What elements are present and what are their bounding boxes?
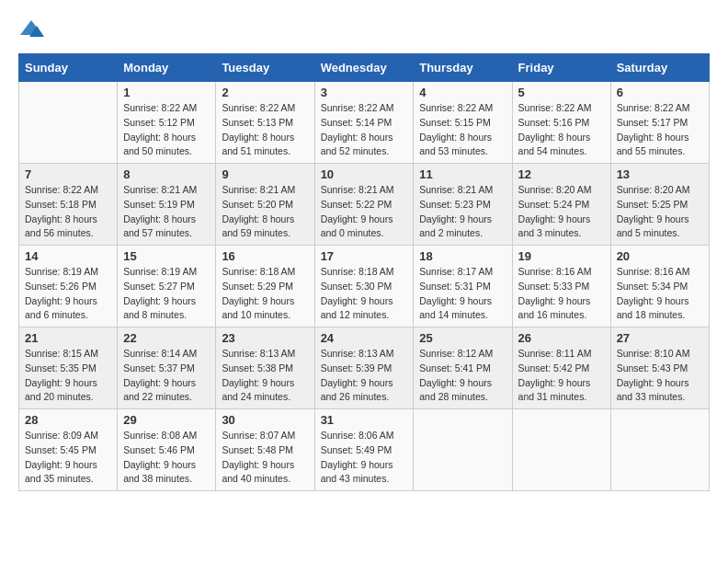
day-number: 18 [419, 249, 506, 263]
daylight: Daylight: 8 hours and 59 minutes. [222, 213, 294, 239]
calendar-cell: 29 Sunrise: 8:08 AM Sunset: 5:46 PM Dayl… [118, 409, 216, 491]
sunrise: Sunrise: 8:22 AM [25, 184, 98, 195]
day-number: 16 [222, 249, 308, 263]
sunrise: Sunrise: 8:16 AM [617, 266, 690, 277]
sunrise: Sunrise: 8:07 AM [222, 430, 295, 441]
day-detail: Sunrise: 8:16 AM Sunset: 5:34 PM Dayligh… [617, 265, 703, 323]
calendar-cell: 3 Sunrise: 8:22 AM Sunset: 5:14 PM Dayli… [314, 82, 414, 164]
day-number: 19 [518, 249, 605, 263]
sunrise: Sunrise: 8:21 AM [419, 184, 493, 195]
daylight: Daylight: 9 hours and 10 minutes. [222, 295, 294, 321]
daylight: Daylight: 8 hours and 57 minutes. [123, 213, 196, 239]
day-number: 12 [518, 167, 605, 181]
sunset: Sunset: 5:18 PM [25, 199, 97, 210]
daylight: Daylight: 9 hours and 0 minutes. [321, 213, 393, 239]
sunset: Sunset: 5:48 PM [222, 444, 293, 455]
day-detail: Sunrise: 8:22 AM Sunset: 5:17 PM Dayligh… [617, 101, 703, 159]
daylight: Daylight: 9 hours and 26 minutes. [321, 377, 393, 403]
day-detail: Sunrise: 8:21 AM Sunset: 5:22 PM Dayligh… [321, 183, 408, 241]
day-number: 3 [321, 86, 408, 99]
sunset: Sunset: 5:14 PM [321, 117, 392, 128]
sunrise: Sunrise: 8:16 AM [518, 266, 592, 277]
daylight: Daylight: 9 hours and 6 minutes. [25, 295, 97, 321]
day-number: 1 [123, 86, 210, 99]
week-row-2: 7 Sunrise: 8:22 AM Sunset: 5:18 PM Dayli… [19, 164, 710, 246]
calendar-cell: 1 Sunrise: 8:22 AM Sunset: 5:12 PM Dayli… [118, 82, 216, 164]
day-number: 22 [123, 331, 210, 345]
sunset: Sunset: 5:41 PM [419, 362, 491, 373]
day-detail: Sunrise: 8:13 AM Sunset: 5:39 PM Dayligh… [321, 347, 408, 405]
sunrise: Sunrise: 8:13 AM [222, 348, 295, 359]
day-detail: Sunrise: 8:16 AM Sunset: 5:33 PM Dayligh… [518, 265, 605, 323]
sunrise: Sunrise: 8:22 AM [321, 102, 394, 113]
sunrise: Sunrise: 8:22 AM [518, 102, 592, 113]
day-detail: Sunrise: 8:22 AM Sunset: 5:15 PM Dayligh… [419, 101, 506, 159]
sunrise: Sunrise: 8:20 AM [617, 184, 690, 195]
calendar-cell: 26 Sunrise: 8:11 AM Sunset: 5:42 PM Dayl… [512, 327, 610, 409]
sunrise: Sunrise: 8:22 AM [222, 102, 295, 113]
sunset: Sunset: 5:17 PM [617, 117, 688, 128]
sunset: Sunset: 5:16 PM [518, 117, 590, 128]
sunset: Sunset: 5:15 PM [419, 117, 491, 128]
sunset: Sunset: 5:49 PM [321, 444, 392, 455]
day-number: 13 [617, 167, 703, 181]
sunset: Sunset: 5:12 PM [123, 117, 195, 128]
sunrise: Sunrise: 8:21 AM [123, 184, 197, 195]
sunrise: Sunrise: 8:21 AM [222, 184, 295, 195]
header-saturday: Saturday [610, 54, 709, 82]
day-number: 20 [617, 249, 703, 263]
day-detail: Sunrise: 8:18 AM Sunset: 5:29 PM Dayligh… [222, 265, 308, 323]
calendar-table: SundayMondayTuesdayWednesdayThursdayFrid… [18, 53, 710, 491]
day-detail: Sunrise: 8:22 AM Sunset: 5:13 PM Dayligh… [222, 101, 308, 159]
calendar-cell: 17 Sunrise: 8:18 AM Sunset: 5:30 PM Dayl… [314, 246, 414, 327]
calendar-header-row: SundayMondayTuesdayWednesdayThursdayFrid… [19, 54, 710, 82]
calendar-cell: 23 Sunrise: 8:13 AM Sunset: 5:38 PM Dayl… [216, 327, 314, 409]
day-number: 28 [25, 413, 111, 427]
daylight: Daylight: 8 hours and 55 minutes. [617, 132, 689, 157]
day-detail: Sunrise: 8:20 AM Sunset: 5:25 PM Dayligh… [617, 183, 703, 241]
sunset: Sunset: 5:45 PM [25, 444, 97, 455]
header-thursday: Thursday [414, 54, 512, 82]
daylight: Daylight: 8 hours and 53 minutes. [419, 132, 492, 157]
sunrise: Sunrise: 8:22 AM [617, 102, 690, 113]
day-number: 29 [123, 413, 210, 427]
sunset: Sunset: 5:24 PM [518, 199, 590, 210]
calendar-cell: 20 Sunrise: 8:16 AM Sunset: 5:34 PM Dayl… [610, 246, 709, 327]
sunrise: Sunrise: 8:18 AM [321, 266, 394, 277]
sunset: Sunset: 5:19 PM [123, 199, 195, 210]
day-number: 8 [123, 167, 210, 181]
day-detail: Sunrise: 8:06 AM Sunset: 5:49 PM Dayligh… [321, 429, 408, 487]
sunset: Sunset: 5:22 PM [321, 199, 392, 210]
day-detail: Sunrise: 8:15 AM Sunset: 5:35 PM Dayligh… [25, 347, 111, 405]
sunset: Sunset: 5:20 PM [222, 199, 293, 210]
sunrise: Sunrise: 8:13 AM [321, 348, 394, 359]
calendar-cell: 21 Sunrise: 8:15 AM Sunset: 5:35 PM Dayl… [19, 327, 118, 409]
calendar-cell: 5 Sunrise: 8:22 AM Sunset: 5:16 PM Dayli… [512, 82, 610, 164]
calendar-cell: 31 Sunrise: 8:06 AM Sunset: 5:49 PM Dayl… [314, 409, 414, 491]
day-number: 10 [321, 167, 408, 181]
sunrise: Sunrise: 8:11 AM [518, 348, 592, 359]
sunset: Sunset: 5:42 PM [518, 362, 590, 373]
calendar-cell: 11 Sunrise: 8:21 AM Sunset: 5:23 PM Dayl… [414, 164, 512, 246]
daylight: Daylight: 9 hours and 43 minutes. [321, 459, 393, 485]
sunset: Sunset: 5:46 PM [123, 444, 195, 455]
sunrise: Sunrise: 8:19 AM [25, 266, 98, 277]
week-row-1: 1 Sunrise: 8:22 AM Sunset: 5:12 PM Dayli… [19, 82, 710, 164]
calendar-cell: 25 Sunrise: 8:12 AM Sunset: 5:41 PM Dayl… [414, 327, 512, 409]
calendar-cell: 8 Sunrise: 8:21 AM Sunset: 5:19 PM Dayli… [118, 164, 216, 246]
calendar-cell: 7 Sunrise: 8:22 AM Sunset: 5:18 PM Dayli… [19, 164, 118, 246]
sunrise: Sunrise: 8:20 AM [518, 184, 592, 195]
sunset: Sunset: 5:23 PM [419, 199, 491, 210]
calendar-cell [512, 409, 610, 491]
day-number: 2 [222, 86, 308, 99]
page-header [18, 18, 710, 39]
calendar-cell: 13 Sunrise: 8:20 AM Sunset: 5:25 PM Dayl… [610, 164, 709, 246]
daylight: Daylight: 9 hours and 8 minutes. [123, 295, 196, 321]
daylight: Daylight: 9 hours and 24 minutes. [222, 377, 294, 403]
sunrise: Sunrise: 8:09 AM [25, 430, 98, 441]
day-number: 7 [25, 167, 111, 181]
day-detail: Sunrise: 8:08 AM Sunset: 5:46 PM Dayligh… [123, 429, 210, 487]
sunset: Sunset: 5:37 PM [123, 362, 195, 373]
calendar-cell: 14 Sunrise: 8:19 AM Sunset: 5:26 PM Dayl… [19, 246, 118, 327]
header-sunday: Sunday [19, 54, 118, 82]
